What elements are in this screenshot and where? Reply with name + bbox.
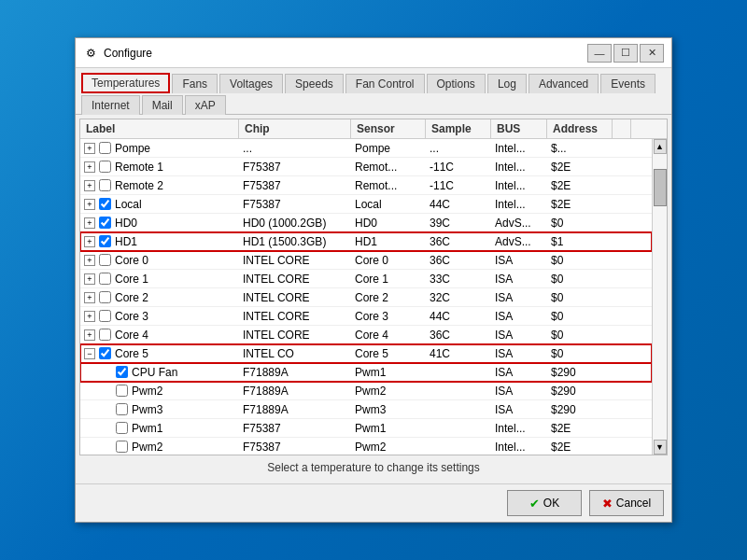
maximize-button[interactable]: ☐ [613, 44, 638, 63]
row-checkbox[interactable] [99, 161, 111, 173]
tab-events[interactable]: Events [600, 74, 655, 93]
row-label: Core 1 [115, 273, 148, 286]
row-checkbox[interactable] [99, 347, 111, 359]
col-label: Label [80, 119, 239, 138]
row-checkbox[interactable] [99, 329, 111, 341]
row-sample: ... [426, 140, 491, 157]
tab-fan-control[interactable]: Fan Control [345, 74, 425, 93]
expand-icon[interactable]: + [84, 217, 95, 229]
row-sample: 32C [426, 289, 491, 306]
row-chip: INTEL CORE [239, 289, 351, 306]
tab-options[interactable]: Options [427, 74, 486, 93]
row-sample: 44C [426, 196, 491, 213]
tab-speeds[interactable]: Speeds [285, 74, 344, 93]
row-chip: INTEL CORE [239, 271, 351, 287]
row-bus: Intel... [491, 159, 547, 175]
row-address: $1 [547, 233, 613, 250]
row-chip: INTEL CO [239, 345, 351, 362]
table-row: + Core 0 INTEL CORE Core 0 36C ISA $0 [80, 251, 652, 270]
table-body: + Pompe ... Pompe ... Intel... $... [80, 139, 652, 455]
status-text: Select a temperature to change its setti… [79, 455, 668, 480]
row-checkbox[interactable] [99, 291, 111, 303]
minimize-button[interactable]: — [587, 44, 612, 63]
row-checkbox[interactable] [99, 235, 111, 247]
scroll-thumb[interactable] [654, 169, 667, 206]
tab-log[interactable]: Log [487, 74, 527, 93]
row-checkbox[interactable] [99, 198, 111, 210]
row-checkbox[interactable] [99, 217, 111, 229]
expand-icon[interactable]: + [84, 236, 95, 247]
window-title: Configure [104, 47, 587, 60]
title-controls: — ☐ ✕ [587, 44, 664, 63]
tab-temperatures[interactable]: Temperatures [81, 73, 170, 93]
close-button[interactable]: ✕ [640, 44, 664, 63]
row-bus: Intel... [491, 177, 547, 194]
label-cell: + Local [80, 196, 239, 213]
row-sensor: Core 0 [351, 252, 426, 269]
expand-icon[interactable]: + [84, 292, 95, 303]
row-checkbox[interactable] [99, 179, 111, 191]
ok-button[interactable]: ✔ OK [507, 490, 582, 516]
row-label: CPU Fan [132, 366, 177, 379]
row-checkbox[interactable] [116, 441, 128, 453]
row-bus: ISA [491, 271, 547, 287]
expand-icon[interactable]: + [84, 199, 95, 210]
row-sensor: Core 5 [351, 345, 426, 362]
row-sensor: Remot... [351, 159, 426, 175]
row-address: $0 [547, 215, 613, 231]
vertical-scrollbar[interactable]: ▲ ▼ [652, 139, 667, 455]
tab-fans[interactable]: Fans [172, 74, 218, 93]
row-label: Core 4 [115, 329, 148, 342]
row-label: Local [115, 198, 142, 211]
row-bus: Intel... [491, 196, 547, 213]
tab-internet[interactable]: Internet [81, 95, 140, 115]
expand-icon[interactable]: + [84, 311, 95, 322]
row-sensor: Core 1 [351, 271, 426, 287]
row-checkbox[interactable] [99, 273, 111, 285]
row-checkbox[interactable] [116, 385, 128, 397]
col-bus: BUS [491, 119, 547, 138]
row-sensor: HD0 [351, 215, 426, 231]
table-row: + Core 1 INTEL CORE Core 1 33C ISA $0 [80, 270, 652, 288]
row-bus: ISA [491, 252, 547, 269]
expand-icon[interactable]: + [84, 329, 95, 341]
row-checkbox[interactable] [99, 254, 111, 266]
row-checkbox[interactable] [116, 366, 128, 378]
row-sensor: Pwm1 [351, 364, 426, 381]
tab-advanced[interactable]: Advanced [529, 74, 599, 93]
expand-icon[interactable]: + [84, 273, 95, 285]
row-label: Core 3 [115, 310, 148, 323]
tab-voltages[interactable]: Voltages [219, 74, 283, 93]
row-chip: F75387 [239, 177, 351, 194]
row-address: $2E [547, 420, 613, 437]
row-sample: 41C [426, 345, 491, 362]
expand-icon[interactable]: + [84, 255, 95, 266]
tab-mail[interactable]: Mail [142, 95, 183, 115]
cancel-label: Cancel [616, 497, 651, 510]
scroll-up-button[interactable]: ▲ [654, 139, 667, 154]
x-icon: ✖ [602, 497, 613, 511]
cancel-button[interactable]: ✖ Cancel [589, 490, 664, 516]
table-row: Pwm2 F75387 Pwm2 Intel... $2E [80, 438, 652, 455]
row-address: $0 [547, 289, 613, 306]
row-label: Pwm2 [132, 441, 162, 454]
expand-icon[interactable]: + [84, 180, 95, 191]
expand-icon[interactable]: + [84, 161, 95, 173]
row-bus: ISA [491, 327, 547, 343]
collapse-icon[interactable]: − [84, 348, 95, 359]
tab-xap[interactable]: xAP [185, 95, 226, 115]
expand-icon[interactable]: + [84, 143, 95, 154]
col-sensor: Sensor [351, 119, 426, 138]
label-cell: + HD0 [80, 215, 239, 231]
row-checkbox[interactable] [116, 403, 128, 415]
table-row: + Core 3 INTEL CORE Core 3 44C ISA $0 [80, 307, 652, 326]
table-row: Pwm2 F71889A Pwm2 ISA $290 [80, 382, 652, 400]
row-checkbox[interactable] [99, 142, 111, 154]
scroll-down-button[interactable]: ▼ [654, 440, 667, 455]
row-chip: HD0 (1000.2GB) [239, 215, 351, 231]
row-chip: INTEL CORE [239, 308, 351, 325]
row-checkbox[interactable] [99, 310, 111, 322]
row-checkbox[interactable] [116, 422, 128, 434]
row-label: Pwm3 [132, 403, 162, 416]
row-chip: HD1 (1500.3GB) [239, 233, 351, 250]
